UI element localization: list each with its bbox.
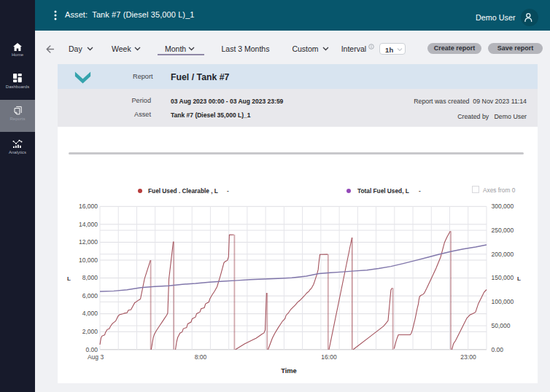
svg-text:200,000: 200,000 [492,251,514,258]
svg-text:Aug 3: Aug 3 [88,353,104,361]
svg-text:8,000: 8,000 [82,274,98,281]
svg-text:L: L [67,275,71,282]
svg-text:Time: Time [281,367,297,375]
svg-text:50,000: 50,000 [492,322,511,329]
svg-text:12,000: 12,000 [79,238,98,246]
svg-text:0.00: 0.00 [492,346,504,353]
svg-text:4,000: 4,000 [82,310,98,317]
svg-text:L: L [517,275,521,282]
svg-text:14,000: 14,000 [79,221,98,228]
svg-text:250,000: 250,000 [492,227,514,234]
svg-text:2,000: 2,000 [82,328,98,335]
svg-text:8:00: 8:00 [195,353,207,361]
svg-text:150,000: 150,000 [492,274,514,281]
svg-text:6,000: 6,000 [82,292,98,299]
svg-text:16,000: 16,000 [79,203,98,210]
svg-text:100,000: 100,000 [492,298,514,305]
svg-text:0.00: 0.00 [85,346,98,353]
svg-text:23:00: 23:00 [460,353,476,361]
svg-text:16:00: 16:00 [321,353,337,361]
svg-text:10,000: 10,000 [79,256,98,264]
svg-text:300,000: 300,000 [492,203,514,210]
